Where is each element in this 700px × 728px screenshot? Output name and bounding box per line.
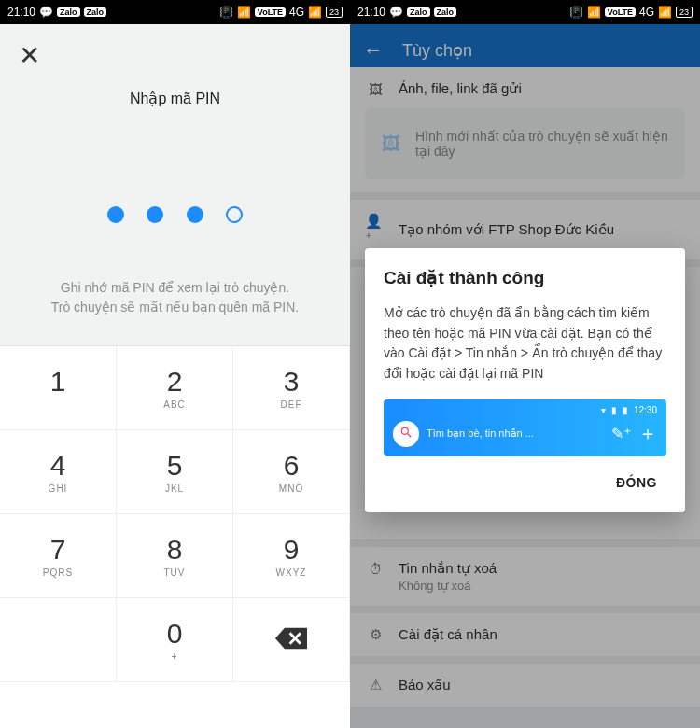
compose-icon: ✎⁺ xyxy=(611,425,631,442)
search-circle xyxy=(393,421,419,447)
key-1[interactable]: 1 xyxy=(0,346,117,430)
pin-hint: Ghi nhớ mã PIN để xem lại trò chuyện. Tr… xyxy=(0,278,350,345)
volte-badge: VoLTE xyxy=(255,7,286,17)
signal-icon: 📶 xyxy=(658,6,672,19)
dialog-title: Cài đặt thành công xyxy=(384,267,666,288)
app-badge-2: Zalo xyxy=(84,7,107,17)
key-2[interactable]: 2ABC xyxy=(117,346,233,430)
preview-time: 12:30 xyxy=(634,405,657,415)
key-8[interactable]: 8TUV xyxy=(117,514,233,598)
wifi-mini-icon: ▾ xyxy=(601,405,606,415)
signal-icon: 📶 xyxy=(308,6,322,19)
vibrate-icon: 📳 xyxy=(219,6,233,19)
options-screen: 21:10 💬 Zalo Zalo 📳 📶 VoLTE 4G 📶 23 ← Tù… xyxy=(350,0,700,728)
keypad: 1 2ABC 3DEF 4GHI 5JKL 6MNO 7PQRS 8TUV 9W… xyxy=(0,345,350,682)
status-bar: 21:10 💬 Zalo Zalo 📳 📶 VoLTE 4G 📶 23 xyxy=(350,0,700,24)
signal-mini-icon: ▮ xyxy=(611,405,617,415)
battery-icon: 23 xyxy=(676,7,693,18)
close-icon[interactable]: ✕ xyxy=(19,43,40,69)
key-4[interactable]: 4GHI xyxy=(0,430,117,514)
chat-icon: 💬 xyxy=(389,6,403,19)
backspace-icon xyxy=(275,627,307,653)
svg-point-0 xyxy=(401,427,408,434)
key-0[interactable]: 0+ xyxy=(117,598,233,682)
success-dialog: Cài đặt thành công Mở các trò chuyện đã … xyxy=(365,248,685,512)
pin-header: ✕ Nhập mã PIN xyxy=(0,24,350,164)
key-5[interactable]: 5JKL xyxy=(117,430,233,514)
vibrate-icon: 📳 xyxy=(569,6,583,19)
search-preview: ▾ ▮ ▮ 12:30 Tìm bạn bè, tin nhắn ... ✎⁺ … xyxy=(384,399,666,456)
pin-hint-line2: Trò chuyện sẽ mất nếu bạn quên mã PIN. xyxy=(19,298,331,317)
key-blank xyxy=(0,598,117,682)
chat-icon: 💬 xyxy=(39,6,53,19)
pin-dots xyxy=(0,164,350,278)
plus-icon: ＋ xyxy=(638,421,657,446)
key-6[interactable]: 6MNO xyxy=(233,430,350,514)
status-bar: 21:10 💬 Zalo Zalo 📳 📶 VoLTE 4G 📶 23 xyxy=(0,0,350,24)
pin-hint-line1: Ghi nhớ mã PIN để xem lại trò chuyện. xyxy=(19,278,331,298)
close-button[interactable]: ĐÓNG xyxy=(607,468,666,497)
pin-dot-4 xyxy=(226,206,243,223)
options-body: ← Tùy chọn 🖼 Ảnh, file, link đã gửi 🖼 Hì… xyxy=(350,24,700,728)
app-badge-1: Zalo xyxy=(407,7,430,17)
svg-line-1 xyxy=(408,434,412,438)
network-label: 4G xyxy=(639,6,654,19)
battery-mini-icon: ▮ xyxy=(623,405,628,415)
pin-dot-3 xyxy=(187,206,203,223)
status-time: 21:10 xyxy=(357,6,385,19)
pin-entry-screen: 21:10 💬 Zalo Zalo 📳 📶 VoLTE 4G 📶 23 ✕ Nh… xyxy=(0,0,350,728)
backspace-key[interactable] xyxy=(233,598,350,682)
pin-dot-2 xyxy=(147,206,163,223)
network-label: 4G xyxy=(289,6,304,19)
key-9[interactable]: 9WXYZ xyxy=(233,514,350,598)
key-7[interactable]: 7PQRS xyxy=(0,514,117,598)
preview-placeholder: Tìm bạn bè, tin nhắn ... xyxy=(427,427,604,440)
key-3[interactable]: 3DEF xyxy=(233,346,350,430)
pin-dot-1 xyxy=(107,206,124,223)
battery-icon: 23 xyxy=(326,7,343,18)
app-badge-2: Zalo xyxy=(434,7,457,17)
wifi-icon: 📶 xyxy=(237,6,251,19)
volte-badge: VoLTE xyxy=(605,7,636,17)
wifi-icon: 📶 xyxy=(587,6,601,19)
search-icon xyxy=(399,426,413,442)
pin-title: Nhập mã PIN xyxy=(0,24,350,107)
status-time: 21:10 xyxy=(7,6,35,19)
app-badge-1: Zalo xyxy=(57,7,80,17)
dialog-body: Mở các trò chuyện đã ẩn bằng cách tìm ki… xyxy=(384,303,666,385)
